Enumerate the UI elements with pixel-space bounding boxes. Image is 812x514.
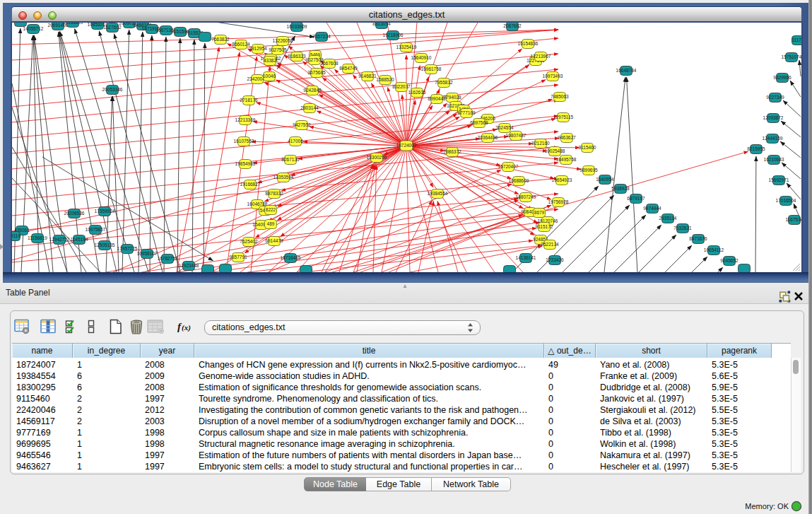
- svg-text:18495758: 18495758: [556, 157, 577, 162]
- svg-text:6879197: 6879197: [627, 196, 645, 201]
- svg-text:9245652: 9245652: [720, 258, 739, 263]
- svg-text:13353594: 13353594: [273, 175, 294, 180]
- svg-text:14136141: 14136141: [516, 255, 536, 260]
- svg-text:16210643: 16210643: [764, 157, 784, 162]
- svg-text:8471676: 8471676: [689, 236, 707, 241]
- svg-text:5938928: 5938928: [611, 186, 630, 191]
- svg-text:3912954: 3912954: [249, 46, 267, 51]
- svg-text:1640954: 1640954: [596, 177, 614, 182]
- svg-text:1527602: 1527602: [103, 25, 122, 30]
- svg-text:18724007: 18724007: [396, 143, 417, 148]
- svg-text:2718176: 2718176: [240, 98, 258, 103]
- svg-text:20206536: 20206536: [64, 211, 85, 216]
- svg-text:7663822: 7663822: [211, 37, 230, 42]
- svg-text:417006: 417006: [288, 139, 303, 144]
- svg-text:3675685: 3675685: [307, 70, 326, 75]
- svg-text:8322037: 8322037: [392, 84, 411, 89]
- svg-text:1162615: 1162615: [408, 90, 426, 95]
- svg-text:9777169: 9777169: [457, 110, 476, 115]
- svg-text:9327505: 9327505: [269, 47, 287, 52]
- svg-text:2803144: 2803144: [300, 105, 319, 110]
- svg-text:10958107: 10958107: [137, 251, 158, 256]
- svg-text:9329966: 9329966: [773, 75, 792, 80]
- svg-text:16782759: 16782759: [158, 256, 178, 261]
- svg-text:11156819: 11156819: [28, 235, 47, 240]
- svg-text:15692971: 15692971: [769, 177, 789, 182]
- svg-text:13226058: 13226058: [273, 38, 293, 43]
- svg-text:20053346: 20053346: [102, 87, 123, 92]
- svg-text:9242848: 9242848: [303, 88, 322, 93]
- svg-text:2087682: 2087682: [503, 23, 522, 28]
- svg-text:18300295: 18300295: [367, 155, 387, 160]
- svg-text:10933809: 10933809: [63, 23, 83, 25]
- svg-text:10807487: 10807487: [506, 133, 526, 138]
- svg-text:15751074: 15751074: [782, 54, 801, 59]
- svg-text:(x): (x): [182, 323, 191, 332]
- svg-text:12093872: 12093872: [763, 115, 784, 120]
- svg-text:15720407: 15720407: [498, 164, 519, 169]
- svg-text:9146821: 9146821: [358, 74, 377, 78]
- svg-text:13325419: 13325419: [396, 45, 417, 49]
- svg-text:7357224: 7357224: [312, 34, 331, 39]
- svg-text:16154836: 16154836: [518, 41, 539, 46]
- svg-text:12505135: 12505135: [95, 243, 115, 247]
- svg-text:12444159: 12444159: [763, 136, 783, 141]
- svg-text:7955812: 7955812: [435, 80, 453, 85]
- svg-text:9115460: 9115460: [579, 145, 596, 150]
- svg-text:2522134: 2522134: [541, 242, 559, 247]
- svg-text:8186323: 8186323: [288, 54, 306, 59]
- svg-text:12942757: 12942757: [49, 237, 70, 242]
- svg-text:10025488: 10025488: [545, 148, 565, 153]
- svg-text:10688609: 10688609: [509, 178, 529, 183]
- svg-text:19384554: 19384554: [428, 191, 448, 196]
- svg-text:19854983: 19854983: [235, 161, 256, 166]
- svg-text:9474444: 9474444: [643, 206, 661, 211]
- svg-text:9794028: 9794028: [443, 95, 461, 100]
- svg-text:9427552: 9427552: [293, 122, 311, 127]
- svg-text:19756928: 19756928: [548, 199, 569, 204]
- svg-text:9115172: 9115172: [536, 224, 553, 229]
- svg-text:1588520: 1588520: [376, 77, 394, 82]
- svg-text:14055712: 14055712: [23, 26, 44, 31]
- svg-text:2667608: 2667608: [320, 61, 339, 66]
- svg-text:1145194: 1145194: [71, 237, 88, 242]
- svg-text:12213967: 12213967: [531, 54, 551, 59]
- svg-text:12975115: 12975115: [553, 115, 574, 119]
- svg-text:10046: 10046: [263, 74, 276, 78]
- svg-text:3624554: 3624554: [495, 125, 514, 130]
- svg-text:43382: 43382: [264, 58, 276, 63]
- svg-text:20364436: 20364436: [478, 135, 498, 140]
- svg-text:9227349: 9227349: [766, 95, 784, 100]
- svg-text:8878332: 8878332: [265, 191, 283, 196]
- svg-text:17016504: 17016504: [776, 198, 796, 203]
- svg-text:18807249: 18807249: [516, 194, 536, 199]
- svg-text:6897568: 6897568: [470, 120, 488, 125]
- svg-text:10654112: 10654112: [704, 247, 724, 252]
- svg-text:16961758: 16961758: [421, 66, 442, 71]
- svg-text:39119: 39119: [12, 233, 20, 238]
- svg-text:8813054: 8813054: [372, 23, 391, 26]
- svg-text:10973493: 10973493: [543, 74, 563, 78]
- svg-text:19654923: 19654923: [552, 177, 572, 182]
- svg-text:19166827: 19166827: [240, 182, 261, 187]
- svg-text:7632621: 7632621: [673, 226, 692, 230]
- svg-text:11174: 11174: [792, 37, 801, 42]
- svg-text:7986372: 7986372: [443, 149, 461, 154]
- svg-text:15716485: 15716485: [281, 255, 301, 260]
- svg-text:12923448: 12923448: [179, 263, 199, 268]
- svg-text:17359924: 17359924: [95, 209, 115, 214]
- svg-text:8660124: 8660124: [232, 42, 250, 47]
- svg-text:16648784: 16648784: [616, 68, 637, 73]
- svg-text:16033809: 16033809: [287, 24, 307, 29]
- svg-text:1167534: 1167534: [786, 217, 801, 222]
- svg-text:7625402: 7625402: [240, 239, 258, 244]
- svg-text:19218906: 19218906: [383, 33, 404, 37]
- svg-text:9899695: 9899695: [579, 168, 598, 173]
- svg-text:8215955: 8215955: [747, 146, 765, 151]
- svg-text:9857791: 9857791: [229, 255, 247, 259]
- svg-text:15640910: 15640910: [411, 55, 432, 60]
- svg-text:12213369: 12213369: [235, 117, 256, 122]
- svg-text:9463627: 9463627: [558, 135, 576, 140]
- svg-text:1733426: 1733426: [546, 257, 564, 262]
- svg-text:8222: 8222: [266, 207, 276, 212]
